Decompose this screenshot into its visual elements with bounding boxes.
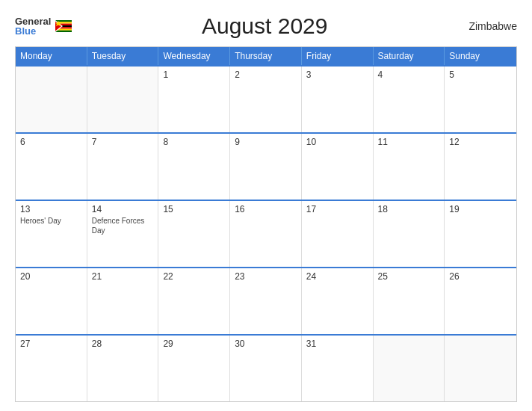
calendar-header-cell: Monday: [16, 47, 87, 65]
calendar-cell: 27: [16, 336, 87, 401]
calendar-cell: 16: [230, 201, 302, 267]
day-number: 25: [378, 271, 440, 282]
day-number: 17: [306, 204, 368, 214]
day-number: 31: [306, 339, 368, 349]
calendar-cell: 28: [87, 336, 159, 401]
day-event: Defence Forces Day: [92, 216, 154, 235]
calendar-cell: 8: [158, 134, 230, 200]
day-number: 7: [92, 137, 154, 147]
calendar-cell: 3: [302, 67, 374, 132]
calendar-header: MondayTuesdayWednesdayThursdayFridaySatu…: [16, 47, 516, 65]
calendar-cell: 17: [302, 201, 374, 267]
day-number: 11: [378, 137, 440, 147]
day-number: 4: [378, 69, 440, 80]
day-event: Heroes' Day: [20, 216, 82, 226]
calendar-cell: 29: [158, 336, 230, 401]
day-number: 28: [92, 339, 154, 349]
calendar-cell: [445, 336, 516, 401]
calendar-header-cell: Saturday: [374, 47, 445, 65]
calendar-cell: 1: [158, 67, 230, 132]
calendar-cell: 12: [445, 134, 516, 200]
calendar-cell: 15: [158, 201, 230, 267]
day-number: 1: [163, 69, 225, 80]
day-number: 22: [163, 271, 225, 282]
day-number: 26: [449, 271, 512, 282]
day-number: 8: [163, 137, 225, 147]
calendar-cell: 25: [374, 268, 445, 334]
calendar: MondayTuesdayWednesdayThursdayFridaySatu…: [15, 46, 517, 402]
logo-blue: Blue: [15, 26, 51, 36]
day-number: 29: [163, 339, 225, 349]
svg-rect-6: [55, 31, 72, 32]
day-number: 19: [449, 204, 512, 214]
day-number: 20: [20, 271, 82, 282]
country-label: Zimbabwe: [457, 20, 517, 32]
calendar-week: 12345: [16, 65, 516, 132]
calendar-cell: 22: [158, 268, 230, 334]
calendar-cell: 4: [374, 67, 445, 132]
day-number: 18: [378, 204, 440, 214]
calendar-cell: [87, 67, 159, 132]
calendar-header-cell: Tuesday: [87, 47, 159, 65]
day-number: 3: [306, 69, 368, 80]
calendar-cell: 18: [374, 201, 445, 267]
page-title: August 2029: [72, 13, 457, 39]
calendar-cell: 14Defence Forces Day: [87, 201, 159, 267]
calendar-week: 20212223242526: [16, 267, 516, 334]
calendar-cell: 9: [230, 134, 302, 200]
calendar-header-cell: Wednesday: [158, 47, 230, 65]
calendar-week: 13Heroes' Day14Defence Forces Day1516171…: [16, 200, 516, 267]
calendar-cell: 10: [302, 134, 374, 200]
day-number: 12: [449, 137, 512, 147]
calendar-cell: 23: [230, 268, 302, 334]
logo-flag-icon: [55, 20, 72, 32]
calendar-header-cell: Friday: [302, 47, 374, 65]
calendar-cell: 13Heroes' Day: [16, 201, 87, 267]
day-number: 23: [235, 271, 297, 282]
calendar-cell: [374, 336, 445, 401]
day-number: 10: [306, 137, 368, 147]
day-number: 5: [449, 69, 512, 80]
calendar-week: 6789101112: [16, 132, 516, 200]
calendar-cell: 19: [445, 201, 516, 267]
logo: General Blue: [15, 16, 72, 36]
calendar-header-cell: Sunday: [445, 47, 516, 65]
day-number: 15: [163, 204, 225, 214]
calendar-cell: 20: [16, 268, 87, 334]
calendar-cell: 24: [302, 268, 374, 334]
calendar-cell: 30: [230, 336, 302, 401]
calendar-cell: 21: [87, 268, 159, 334]
day-number: 21: [92, 271, 154, 282]
calendar-cell: 5: [445, 67, 516, 132]
calendar-header-cell: Thursday: [230, 47, 302, 65]
day-number: 13: [20, 204, 82, 214]
header: General Blue August 2029 Zimbabwe: [15, 13, 517, 39]
calendar-week: 2728293031: [16, 334, 516, 401]
day-number: 2: [235, 69, 297, 80]
calendar-cell: 31: [302, 336, 374, 401]
calendar-body: 12345678910111213Heroes' Day14Defence Fo…: [16, 65, 516, 401]
page: General Blue August 2029 Zimbabwe Monday…: [0, 0, 532, 411]
calendar-cell: [16, 67, 87, 132]
calendar-cell: 11: [374, 134, 445, 200]
day-number: 24: [306, 271, 368, 282]
day-number: 16: [235, 204, 297, 214]
day-number: 30: [235, 339, 297, 349]
day-number: 9: [235, 137, 297, 147]
day-number: 14: [92, 204, 154, 214]
calendar-cell: 7: [87, 134, 159, 200]
day-number: 6: [20, 137, 82, 147]
day-number: 27: [20, 339, 82, 349]
svg-rect-0: [55, 20, 72, 22]
calendar-cell: 26: [445, 268, 516, 334]
calendar-cell: 6: [16, 134, 87, 200]
calendar-cell: 2: [230, 67, 302, 132]
